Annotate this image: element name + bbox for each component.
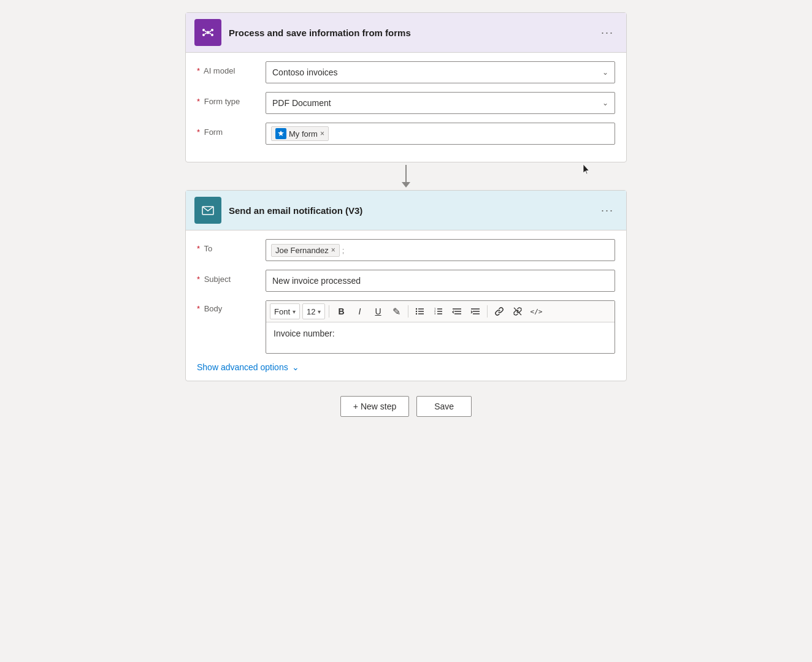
ai-model-chevron: ⌄ (602, 68, 608, 77)
save-button[interactable]: Save (416, 396, 472, 417)
svg-line-5 (205, 31, 207, 32)
subject-row: * Subject New invoice processed (197, 270, 615, 292)
to-row: * To Joe Fernandez × ; (197, 239, 615, 261)
form-type-control[interactable]: PDF Document ⌄ (266, 92, 615, 114)
body-control: Font ▾ 12 ▾ B I (266, 300, 615, 354)
toolbar-separator-3 (487, 305, 488, 318)
toolbar-separator-1 (329, 305, 329, 318)
svg-point-12 (416, 313, 417, 314)
toolbar-separator-2 (408, 305, 408, 318)
svg-point-10 (416, 308, 417, 310)
code-button[interactable]: </> (528, 303, 544, 319)
to-tag-close[interactable]: × (331, 246, 335, 254)
bold-button[interactable]: B (333, 303, 349, 319)
bullet-list-icon (415, 306, 425, 316)
svg-point-1 (202, 29, 205, 31)
size-chevron: ▾ (318, 308, 321, 315)
body-row: * Body Font ▾ 12 (197, 300, 615, 354)
form-label: * Form (197, 123, 258, 137)
form-row: * Form My form × (197, 123, 615, 145)
body-required: * (197, 304, 200, 313)
connector-arrow (402, 165, 410, 188)
form-tag-input[interactable]: My form × (266, 123, 615, 145)
to-tag-input[interactable]: Joe Fernandez × ; (266, 239, 615, 261)
highlight-button[interactable]: ✎ (388, 303, 404, 319)
font-size-select[interactable]: 12 ▾ (302, 303, 325, 319)
link-icon (494, 306, 504, 316)
form-tag-icon (275, 128, 286, 139)
form-icon-svg (277, 130, 285, 137)
form-tag-close[interactable]: × (320, 129, 324, 138)
form-type-label: * Form type (197, 92, 258, 106)
svg-line-8 (210, 33, 212, 34)
bottom-buttons: + New step Save (340, 396, 472, 417)
form-tag: My form × (271, 126, 329, 141)
svg-line-7 (205, 33, 207, 34)
unlink-icon (513, 306, 523, 316)
bullet-list-button[interactable] (412, 303, 428, 319)
card1-header: Process and save information from forms … (186, 13, 626, 53)
underline-button[interactable]: U (370, 303, 386, 319)
card1-icon (194, 19, 221, 46)
editor-toolbar: Font ▾ 12 ▾ B I (266, 301, 615, 322)
font-chevron: ▾ (293, 308, 296, 315)
card2-header: Send an email notification (V3) ··· (186, 191, 626, 230)
form-type-row: * Form type PDF Document ⌄ (197, 92, 615, 114)
to-semicolon: ; (342, 246, 345, 255)
svg-point-11 (416, 311, 417, 312)
body-text: Invoice number: (274, 329, 335, 338)
numbered-list-button[interactable]: 1. 2. 3. (431, 303, 446, 319)
card-process-forms: Process and save information from forms … (185, 12, 627, 162)
form-type-required: * (197, 97, 200, 106)
to-control[interactable]: Joe Fernandez × ; (266, 239, 615, 261)
form-required: * (197, 127, 200, 137)
form-control[interactable]: My form × (266, 123, 615, 145)
card1-more-button[interactable]: ··· (597, 25, 618, 40)
body-editor: Font ▾ 12 ▾ B I (266, 300, 615, 354)
to-required: * (197, 244, 200, 253)
link-button[interactable] (491, 303, 507, 319)
subject-required: * (197, 275, 200, 284)
decrease-indent-button[interactable] (449, 303, 465, 319)
italic-button[interactable]: I (351, 303, 367, 319)
card1-body: * AI model Contoso invoices ⌄ * Form typ… (186, 53, 626, 162)
svg-point-0 (207, 31, 210, 34)
subject-input[interactable]: New invoice processed (266, 270, 615, 292)
advanced-chevron-icon: ⌄ (292, 362, 299, 372)
ai-model-select[interactable]: Contoso invoices ⌄ (266, 61, 615, 83)
increase-indent-icon (470, 306, 480, 316)
card-email: Send an email notification (V3) ··· * To… (185, 190, 627, 381)
body-label: * Body (197, 300, 258, 313)
ai-model-row: * AI model Contoso invoices ⌄ (197, 61, 615, 83)
ai-model-label: * AI model (197, 61, 258, 75)
svg-point-2 (211, 29, 213, 31)
card1-title: Process and save information from forms (229, 28, 590, 38)
svg-point-4 (211, 34, 213, 36)
unlink-button[interactable] (510, 303, 526, 319)
new-step-button[interactable]: + New step (340, 396, 409, 417)
form-type-select[interactable]: PDF Document ⌄ (266, 92, 615, 114)
card2-body: * To Joe Fernandez × ; * (186, 230, 626, 381)
subject-label: * Subject (197, 270, 258, 284)
form-type-chevron: ⌄ (602, 99, 608, 107)
increase-indent-button[interactable] (467, 303, 483, 319)
email-icon (201, 203, 215, 218)
card2-title: Send an email notification (V3) (229, 205, 590, 216)
svg-line-6 (210, 31, 212, 32)
card2-more-button[interactable]: ··· (597, 203, 618, 218)
connector-arrowhead (402, 182, 410, 188)
svg-point-3 (202, 34, 205, 36)
numbered-list-icon: 1. 2. 3. (434, 306, 443, 316)
font-select[interactable]: Font ▾ (270, 303, 300, 319)
decrease-indent-icon (452, 306, 462, 316)
to-tag-text: Joe Fernandez (275, 246, 329, 255)
ai-model-required: * (197, 66, 200, 75)
subject-control[interactable]: New invoice processed (266, 270, 615, 292)
body-content[interactable]: Invoice number: (266, 322, 615, 353)
advanced-options-label: Show advanced options (197, 362, 288, 372)
svg-text:3.: 3. (434, 312, 436, 315)
advanced-options-link[interactable]: Show advanced options ⌄ (197, 362, 615, 372)
to-label: * To (197, 239, 258, 253)
card2-icon (194, 197, 221, 224)
ai-model-control[interactable]: Contoso invoices ⌄ (266, 61, 615, 83)
